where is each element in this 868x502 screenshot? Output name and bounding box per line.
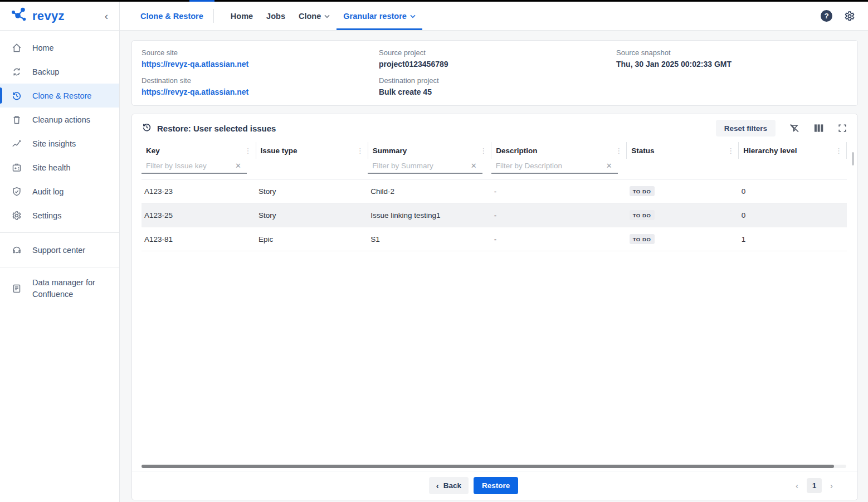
sidebar-item-audit-log[interactable]: Audit log bbox=[0, 179, 119, 203]
column-header-description: Description⋮ bbox=[491, 142, 627, 159]
source-snapshot-value: Thu, 30 Jan 2025 00:02:33 GMT bbox=[616, 60, 857, 69]
pagination: ‹ 1 › bbox=[796, 478, 833, 493]
clear-filter-icon[interactable]: ✕ bbox=[471, 162, 477, 170]
column-header-status: Status⋮ bbox=[627, 142, 739, 159]
tab-home[interactable]: Home bbox=[224, 2, 260, 30]
sidebar-item-data-manager-confluence[interactable]: Data manager for Confluence bbox=[0, 272, 119, 305]
sidebar-item-support-center[interactable]: Support center bbox=[0, 238, 119, 262]
description-filter: ✕ bbox=[491, 160, 618, 174]
sidebar-item-label: Home bbox=[32, 43, 54, 52]
logo-text: revyz bbox=[32, 9, 65, 23]
page-number[interactable]: 1 bbox=[807, 478, 822, 493]
backup-icon bbox=[11, 66, 23, 77]
tab-granular-restore[interactable]: Granular restore bbox=[337, 2, 422, 30]
column-menu-icon[interactable]: ⋮ bbox=[480, 147, 487, 155]
page-next-icon[interactable]: › bbox=[830, 481, 833, 490]
sidebar: revyz ‹ Home Backup Clone & Re bbox=[0, 2, 120, 502]
header-actions: ? bbox=[821, 2, 856, 30]
destination-site-link[interactable]: https://revyz-qa.atlassian.net bbox=[142, 87, 369, 96]
column-label: Issue type bbox=[261, 147, 298, 155]
cell-status: TO DO bbox=[627, 227, 739, 251]
page-prev-icon[interactable]: ‹ bbox=[796, 481, 798, 490]
cell-hierarchy-level: 0 bbox=[739, 179, 847, 203]
restore-info-panel: Source site https://revyz-qa.atlassian.n… bbox=[131, 40, 858, 106]
tab-jobs[interactable]: Jobs bbox=[260, 2, 292, 30]
summary-filter-input[interactable] bbox=[372, 162, 467, 170]
headset-icon bbox=[11, 245, 23, 256]
horizontal-scrollbar-thumb[interactable] bbox=[142, 465, 834, 468]
restore-issues-panel: Restore: User selected issues Reset filt… bbox=[131, 114, 858, 500]
sidebar-item-label: Audit log bbox=[32, 187, 64, 196]
vertical-scrollbar-thumb[interactable] bbox=[852, 152, 854, 165]
summary-filter-cell: ✕ bbox=[368, 159, 491, 179]
main-header: Clone & Restore Home Jobs Clone Granular… bbox=[120, 2, 868, 31]
trash-icon bbox=[11, 114, 23, 125]
document-icon bbox=[11, 283, 23, 294]
chevron-left-icon: ‹ bbox=[436, 481, 439, 490]
insights-icon bbox=[11, 138, 23, 149]
issues-table: Key⋮ Issue type⋮ Summary⋮ Description⋮ S… bbox=[142, 142, 847, 251]
key-filter-cell: ✕ bbox=[142, 159, 256, 179]
empty-filter-cell bbox=[739, 159, 847, 179]
back-button-label: Back bbox=[443, 481, 461, 490]
tab-clone[interactable]: Clone bbox=[292, 2, 337, 30]
horizontal-scrollbar-track bbox=[142, 465, 846, 468]
table-header-row: Key⋮ Issue type⋮ Summary⋮ Description⋮ S… bbox=[142, 142, 847, 159]
sidebar-collapse-button[interactable]: ‹ bbox=[103, 9, 110, 22]
back-button[interactable]: ‹ Back bbox=[429, 477, 469, 494]
revyz-logo-icon bbox=[9, 6, 30, 26]
sidebar-item-label: Clone & Restore bbox=[32, 91, 91, 100]
info-col-projects: Source project project0123456789 Destina… bbox=[369, 48, 607, 96]
sidebar-nav: Home Backup Clone & Restore Cleanup acti… bbox=[0, 31, 119, 305]
column-menu-icon[interactable]: ⋮ bbox=[727, 147, 734, 155]
empty-filter-cell bbox=[627, 159, 739, 179]
tab-bar: Home Jobs Clone Granular restore bbox=[224, 2, 422, 30]
sidebar-item-home[interactable]: Home bbox=[0, 36, 119, 60]
clear-filter-icon[interactable]: ✕ bbox=[235, 162, 241, 170]
fullscreen-icon[interactable] bbox=[837, 123, 847, 133]
key-filter-input[interactable] bbox=[146, 162, 232, 170]
clear-filter-icon[interactable]: ✕ bbox=[606, 162, 612, 170]
source-site-link[interactable]: https://revyz-qa.atlassian.net bbox=[142, 60, 369, 69]
browser-top-strip bbox=[0, 0, 868, 2]
sidebar-item-label: Cleanup actions bbox=[32, 115, 90, 124]
history-icon bbox=[142, 122, 152, 134]
cell-summary: Child-2 bbox=[368, 179, 491, 203]
sidebar-item-site-insights[interactable]: Site insights bbox=[0, 131, 119, 155]
table-toolbar: Reset filters bbox=[716, 120, 847, 137]
cell-hierarchy-level: 1 bbox=[739, 227, 847, 251]
sidebar-item-clone-restore[interactable]: Clone & Restore bbox=[0, 84, 119, 108]
sidebar-item-backup[interactable]: Backup bbox=[0, 60, 119, 84]
table-title-group: Restore: User selected issues bbox=[142, 122, 276, 134]
column-menu-icon[interactable]: ⋮ bbox=[835, 147, 842, 155]
field-label: Source snapshot bbox=[616, 48, 857, 57]
breadcrumb[interactable]: Clone & Restore bbox=[140, 2, 203, 30]
sidebar-item-site-health[interactable]: Site health bbox=[0, 155, 119, 179]
cell-summary: Issue linking testing1 bbox=[368, 203, 491, 227]
table-filter-row: ✕ ✕ bbox=[142, 159, 847, 179]
tab-label: Granular restore bbox=[343, 12, 407, 21]
cell-issue-type: Story bbox=[256, 179, 368, 203]
revyz-logo[interactable]: revyz bbox=[9, 6, 65, 26]
column-menu-icon[interactable]: ⋮ bbox=[245, 147, 252, 155]
description-filter-input[interactable] bbox=[496, 162, 603, 170]
field-label: Source site bbox=[142, 48, 369, 57]
column-menu-icon[interactable]: ⋮ bbox=[615, 147, 622, 155]
help-icon[interactable]: ? bbox=[821, 10, 832, 22]
cell-status: TO DO bbox=[627, 179, 739, 203]
sidebar-item-cleanup-actions[interactable]: Cleanup actions bbox=[0, 108, 119, 131]
field-label: Source project bbox=[379, 48, 607, 57]
source-site-field: Source site https://revyz-qa.atlassian.n… bbox=[142, 48, 369, 69]
table-empty-space bbox=[132, 251, 857, 465]
footer-buttons: ‹ Back Restore bbox=[429, 477, 519, 494]
clear-filters-icon[interactable] bbox=[789, 123, 800, 134]
restore-button[interactable]: Restore bbox=[474, 477, 518, 494]
chevron-down-icon bbox=[410, 14, 416, 18]
column-menu-icon[interactable]: ⋮ bbox=[357, 147, 364, 155]
column-header-summary: Summary⋮ bbox=[368, 142, 491, 159]
columns-icon[interactable] bbox=[813, 123, 824, 133]
reset-filters-button[interactable]: Reset filters bbox=[716, 120, 776, 137]
cell-description: - bbox=[491, 227, 627, 251]
settings-gear-icon[interactable] bbox=[843, 10, 856, 22]
sidebar-item-settings[interactable]: Settings bbox=[0, 203, 119, 227]
